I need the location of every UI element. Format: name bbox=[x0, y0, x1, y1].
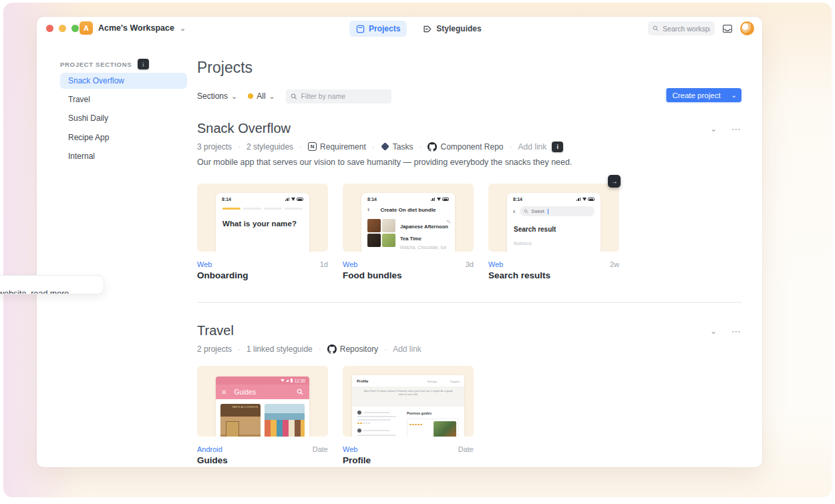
sidebar-item-travel[interactable]: Travel bbox=[60, 91, 187, 107]
jira-diamond-icon bbox=[381, 142, 389, 151]
sidebar-item-sushi-daily[interactable]: Sushi Daily bbox=[60, 110, 187, 126]
progress-steps bbox=[216, 208, 309, 210]
section-title: Travel bbox=[197, 323, 234, 338]
nav-title: Create On diet bundle bbox=[361, 207, 455, 213]
status-time: 8:14 bbox=[513, 197, 522, 202]
status-dropdown[interactable]: All ⌄ bbox=[248, 91, 275, 101]
info-badge-icon[interactable]: i bbox=[138, 59, 149, 69]
sidebar-heading-label: PROJECT SECTIONS bbox=[60, 61, 132, 68]
sidebar-heading: PROJECT SECTIONS i bbox=[60, 59, 149, 69]
wifi-icon bbox=[281, 379, 285, 382]
filter-by-name-input[interactable] bbox=[301, 92, 387, 100]
android-mockup: 12:30 ≡ Guides PARIS ACCORDEON Paris bbox=[216, 376, 309, 437]
updated-time: 3d bbox=[466, 260, 474, 268]
link-requirement-label: Requirement bbox=[320, 142, 366, 152]
status-icons bbox=[576, 198, 595, 202]
separator: · bbox=[319, 344, 321, 354]
project-name[interactable]: Onboarding bbox=[197, 270, 328, 280]
chevron-down-icon[interactable]: ⌄ bbox=[727, 92, 741, 99]
minimize-button[interactable] bbox=[59, 25, 66, 32]
workspace-switcher[interactable]: A Acme's Workspace ⌄ bbox=[79, 21, 186, 35]
android-statusbar: 12:30 bbox=[216, 376, 309, 385]
sidebar-item-recipe-app[interactable]: Recipe App bbox=[60, 130, 187, 146]
project-thumbnail[interactable]: 12:30 ≡ Guides PARIS ACCORDEON Paris bbox=[197, 366, 328, 437]
hamburger-icon: ≡ bbox=[222, 388, 226, 396]
project-name[interactable]: Search results bbox=[488, 270, 619, 280]
search-field-mock: Sweet bbox=[520, 206, 595, 216]
sidebar-item-internal[interactable]: Internal bbox=[60, 148, 187, 164]
search-query: Sweet bbox=[531, 209, 544, 214]
project-name[interactable]: Food bundles bbox=[343, 270, 474, 280]
phone-mockup: 8:14 ‹ Create On diet bundle Japanese Af… bbox=[361, 193, 455, 252]
link-repository-label: Repository bbox=[340, 344, 378, 354]
mock-nav-links: Settings Support bbox=[418, 379, 460, 385]
link-component-repo[interactable]: Component Repo bbox=[428, 142, 503, 152]
mock-link: Support bbox=[450, 380, 460, 383]
workspace-avatar: A bbox=[79, 21, 93, 35]
updated-time: Date bbox=[313, 445, 328, 453]
page-title: Projects bbox=[197, 59, 253, 77]
phone-mockup: 8:14 What is your name? bbox=[216, 193, 309, 252]
add-link-button[interactable]: Add link bbox=[393, 344, 422, 354]
chevron-down-icon: ⌄ bbox=[231, 93, 237, 100]
project-thumbnail[interactable]: 8:14 What is your name? bbox=[197, 184, 328, 252]
text-cursor bbox=[548, 209, 548, 214]
section-controls: ⌄ ⋯ bbox=[710, 326, 741, 336]
project-name[interactable]: Guides bbox=[197, 455, 328, 465]
project-thumbnail[interactable]: 8:14 ‹ Sweet Search result B bbox=[488, 184, 619, 252]
scroll-right-button[interactable]: → bbox=[608, 175, 621, 188]
project-card-food-bundles: 8:14 ‹ Create On diet bundle Japanese Af… bbox=[343, 184, 474, 280]
create-project-label: Create project bbox=[666, 91, 726, 99]
collapse-chevron-icon[interactable]: ⌄ bbox=[710, 125, 717, 133]
link-requirement[interactable]: N Requirement bbox=[308, 142, 366, 152]
platform-label: Web bbox=[343, 260, 357, 268]
app-window: A Acme's Workspace ⌄ Projects Styleguide… bbox=[37, 17, 762, 467]
user-avatar[interactable] bbox=[740, 21, 754, 35]
sidebar-item-snack-overflow[interactable]: Snack Overflow bbox=[60, 73, 187, 89]
platform-label: Web bbox=[488, 260, 503, 268]
styleguides-count: 2 styleguides bbox=[246, 142, 293, 152]
info-badge-icon[interactable]: i bbox=[552, 142, 563, 152]
filter-by-name[interactable] bbox=[286, 89, 391, 103]
project-thumbnail[interactable]: 8:14 ‹ Create On diet bundle Japanese Af… bbox=[343, 184, 474, 252]
mock-page-title: Profile bbox=[357, 379, 368, 383]
food-photo-grid bbox=[367, 219, 395, 247]
status-time: 8:14 bbox=[222, 197, 231, 202]
section-divider bbox=[197, 302, 741, 303]
create-project-button[interactable]: Create project ⌄ bbox=[666, 88, 741, 102]
close-button[interactable] bbox=[46, 25, 53, 32]
platform-label: Web bbox=[343, 445, 357, 453]
separator: · bbox=[419, 142, 422, 152]
chevron-down-icon: ⌄ bbox=[180, 25, 186, 32]
github-icon bbox=[428, 142, 437, 152]
link-component-repo-label: Component Repo bbox=[440, 142, 503, 152]
link-repository[interactable]: Repository bbox=[327, 344, 378, 354]
tooltip-text: website, read more bbox=[0, 289, 69, 294]
link-tasks[interactable]: Tasks bbox=[381, 142, 413, 152]
section-description: Our mobile app that serves our vision to… bbox=[197, 158, 572, 167]
section-meta-travel: 2 projects · 1 linked styleguide · Repos… bbox=[197, 343, 422, 354]
zoom-button[interactable] bbox=[71, 25, 79, 32]
travel-project-cards: 12:30 ≡ Guides PARIS ACCORDEON Paris bbox=[197, 366, 474, 465]
add-link-button[interactable]: Add link i bbox=[518, 142, 564, 152]
sections-dropdown[interactable]: Sections ⌄ bbox=[197, 91, 237, 101]
battery-icon bbox=[291, 379, 293, 383]
separator: · bbox=[510, 142, 512, 152]
search-icon bbox=[524, 209, 528, 214]
section-meta-snack: 3 projects · 2 styleguides · N Requireme… bbox=[197, 141, 563, 152]
bundle-title: Japanese Afternoon Tea Time bbox=[400, 224, 448, 242]
project-thumbnail[interactable]: Profile Settings Support Hey Pelin! It's… bbox=[343, 366, 474, 437]
separator: · bbox=[238, 344, 240, 354]
web-mockup: Profile Settings Support Hey Pelin! It's… bbox=[352, 375, 464, 437]
add-link-label: Add link bbox=[518, 142, 547, 152]
project-card-search-results: → 8:14 ‹ Sweet bbox=[488, 184, 619, 280]
collapse-chevron-icon[interactable]: ⌄ bbox=[710, 327, 717, 335]
project-name[interactable]: Profile bbox=[343, 455, 474, 465]
section-menu-icon[interactable]: ⋯ bbox=[731, 326, 741, 336]
section-controls: ⌄ ⋯ bbox=[710, 123, 741, 134]
mock-reviews-column bbox=[357, 411, 401, 437]
phone-mockup: 8:14 ‹ Sweet Search result B bbox=[507, 193, 601, 252]
section-menu-icon[interactable]: ⋯ bbox=[731, 123, 741, 134]
edit-pencil-icon: ✎ bbox=[446, 219, 451, 225]
mock-guides-column: Previous guides bbox=[407, 411, 459, 437]
